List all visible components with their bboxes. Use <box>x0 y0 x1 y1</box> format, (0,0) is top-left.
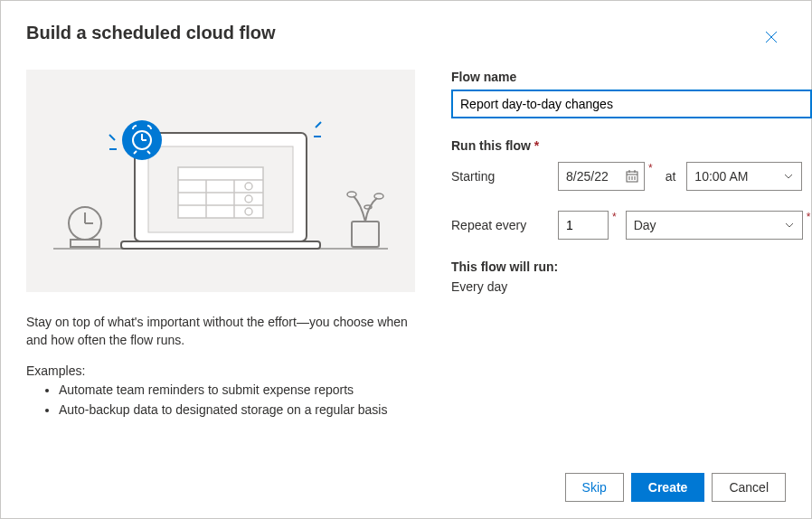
repeat-label: Repeat every <box>451 218 551 232</box>
svg-line-17 <box>109 135 115 140</box>
illustration <box>26 70 415 292</box>
summary-text: Every day <box>451 279 812 294</box>
dialog-title: Build a scheduled cloud flow <box>26 23 276 43</box>
required-asterisk: * <box>612 211 617 223</box>
starting-label: Starting <box>451 169 551 184</box>
example-item: Automate team reminders to submit expens… <box>59 382 415 400</box>
illustration-svg <box>26 70 415 292</box>
example-item: Auto-backup data to designated storage o… <box>59 401 415 420</box>
dialog-header: Build a scheduled cloud flow <box>26 23 786 52</box>
examples-list: Automate team reminders to submit expens… <box>26 382 415 419</box>
dialog-content: Stay on top of what's important without … <box>26 70 786 496</box>
svg-rect-4 <box>71 240 99 247</box>
svg-point-22 <box>347 192 356 197</box>
flow-name-label: Flow name <box>451 70 812 84</box>
start-date-value: 8/25/22 <box>566 169 609 184</box>
repeat-unit-value: Day <box>634 218 656 232</box>
chevron-down-icon <box>784 220 795 231</box>
repeat-row: Repeat every * Day * <box>451 211 812 240</box>
dialog-footer: Skip Create Cancel <box>565 473 786 502</box>
repeat-section: Repeat every * Day * <box>451 211 812 240</box>
starting-row: Starting 8/25/22 * at 10:00 AM <box>451 162 812 191</box>
start-time-value: 10:00 AM <box>694 169 748 184</box>
scheduled-flow-dialog: Build a scheduled cloud flow <box>0 0 812 519</box>
svg-rect-21 <box>352 222 379 247</box>
description-text: Stay on top of what's important without … <box>26 314 415 349</box>
svg-rect-7 <box>121 241 320 249</box>
repeat-unit-select[interactable]: Day <box>626 211 803 240</box>
left-column: Stay on top of what's important without … <box>26 70 415 496</box>
skip-button[interactable]: Skip <box>565 473 624 502</box>
required-asterisk: * <box>534 138 539 153</box>
create-button[interactable]: Create <box>631 473 705 502</box>
required-asterisk: * <box>807 211 811 223</box>
flow-name-input[interactable] <box>451 90 812 118</box>
run-section: Run this flow * Starting 8/25/22 * at 10… <box>451 138 812 191</box>
summary-label: This flow will run: <box>451 260 812 274</box>
start-date-picker[interactable]: 8/25/22 <box>558 162 645 191</box>
required-asterisk: * <box>648 162 653 175</box>
svg-line-19 <box>316 122 321 127</box>
cancel-button[interactable]: Cancel <box>712 473 786 502</box>
chevron-down-icon <box>783 171 794 182</box>
repeat-interval-input[interactable] <box>558 211 609 240</box>
right-column: Flow name Run this flow * Starting 8/25/… <box>451 70 812 496</box>
calendar-icon <box>626 170 638 183</box>
run-this-flow-label: Run this flow * <box>451 138 812 153</box>
svg-point-23 <box>374 193 383 199</box>
start-time-select[interactable]: 10:00 AM <box>686 162 802 191</box>
at-label: at <box>666 169 676 184</box>
examples-label: Examples: <box>26 363 415 378</box>
close-icon <box>765 31 778 43</box>
close-button[interactable] <box>757 23 786 52</box>
